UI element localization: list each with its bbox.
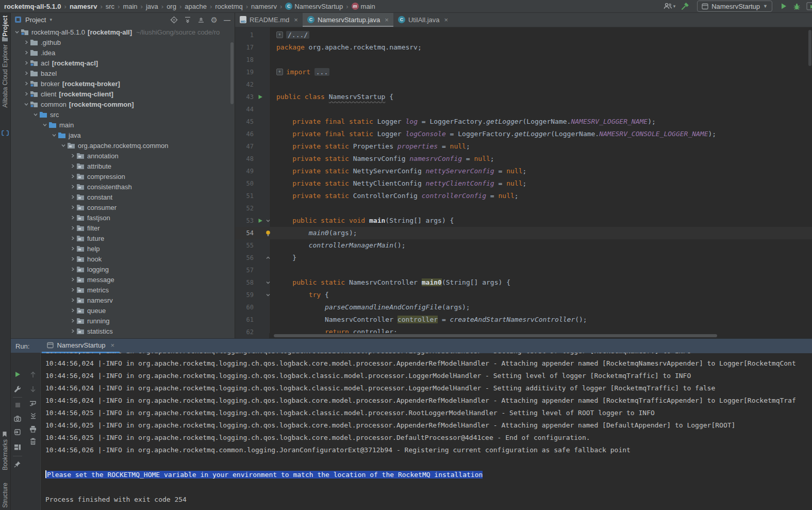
chevron-collapsed-icon[interactable]	[69, 308, 76, 313]
tree-item[interactable]: src	[10, 109, 235, 120]
tree-item[interactable]: queue	[10, 305, 235, 316]
editor-tab[interactable]: CNamesrvStartup.java×	[303, 12, 393, 27]
expand-all-icon[interactable]	[184, 16, 191, 23]
build-hammer-icon[interactable]	[681, 2, 689, 10]
tree-item[interactable]: broker[rocketmq-broker]	[10, 78, 235, 89]
tree-item[interactable]: help	[10, 243, 235, 254]
chevron-expanded-icon[interactable]	[31, 112, 39, 117]
chevron-collapsed-icon[interactable]	[69, 184, 76, 189]
tree-item[interactable]: bazel	[10, 68, 235, 78]
chevron-expanded-icon[interactable]	[41, 122, 48, 127]
chevron-collapsed-icon[interactable]	[69, 298, 76, 303]
run-tab[interactable]: NamesrvStartup ×	[42, 339, 120, 353]
chevron-collapsed-icon[interactable]	[69, 318, 76, 323]
tree-item[interactable]: consumer	[10, 202, 235, 212]
tree-item[interactable]: common[rocketmq-common]	[10, 99, 235, 109]
tool-window-button-project[interactable]: Project	[2, 15, 9, 37]
close-icon[interactable]: ×	[110, 341, 114, 349]
chevron-collapsed-icon[interactable]	[22, 91, 30, 96]
breadcrumb-item[interactable]: apache	[185, 3, 207, 10]
chevron-collapsed-icon[interactable]	[69, 328, 76, 334]
chevron-down-icon[interactable]: ▾	[49, 17, 52, 22]
breadcrumb-item[interactable]: mmain	[352, 3, 375, 10]
tree-item[interactable]: annotation	[10, 151, 235, 161]
code-editor[interactable]: 1+/.../17package org.apache.rocketmq.nam…	[235, 27, 812, 338]
tree-item[interactable]: statistics	[10, 326, 235, 336]
chevron-collapsed-icon[interactable]	[69, 267, 76, 272]
editor-horizontal-scrollbar[interactable]	[269, 333, 812, 338]
tree-item[interactable]: fastjson	[10, 212, 235, 223]
chevron-collapsed-icon[interactable]	[69, 153, 76, 158]
intention-bulb-button[interactable]	[264, 230, 272, 237]
tree-item[interactable]: main	[10, 120, 235, 130]
tree-item[interactable]: .github	[10, 37, 235, 47]
chevron-collapsed-icon[interactable]	[69, 287, 76, 292]
breadcrumb-item[interactable]: src	[106, 3, 114, 10]
tool-window-button-alibaba-cloud-explorer[interactable]: Alibaba Cloud Explorer	[2, 44, 9, 108]
breadcrumb-item[interactable]: rocketmq	[215, 3, 242, 10]
tree-item[interactable]: consistenthash	[10, 182, 235, 192]
chevron-collapsed-icon[interactable]	[69, 236, 76, 241]
breadcrumb-item[interactable]: java	[146, 3, 158, 10]
run-configuration-select[interactable]: NamesrvStartup ▼	[697, 1, 772, 12]
chevron-expanded-icon[interactable]	[50, 133, 58, 138]
fold-plus-icon[interactable]: +	[276, 69, 283, 75]
tool-window-button-structure[interactable]: Structure	[2, 483, 9, 508]
tree-scrollbar[interactable]	[230, 42, 234, 104]
hide-panel-icon[interactable]: —	[224, 16, 230, 24]
editor-tab[interactable]: MDREADME.md×	[235, 12, 303, 27]
tree-item[interactable]: .idea	[10, 47, 235, 58]
chevron-collapsed-icon[interactable]	[69, 205, 76, 210]
chevron-collapsed-icon[interactable]	[69, 246, 76, 251]
close-icon[interactable]: ×	[385, 16, 389, 24]
breadcrumb-item[interactable]: main	[123, 3, 137, 10]
chevron-expanded-icon[interactable]	[22, 102, 30, 107]
breadcrumb-item[interactable]: rocketmq-all-5.1.0	[4, 3, 61, 10]
project-panel-title[interactable]: Project	[25, 16, 46, 24]
chevron-collapsed-icon[interactable]	[22, 50, 30, 55]
chevron-collapsed-icon[interactable]	[69, 215, 76, 220]
tree-item[interactable]: metrics	[10, 285, 235, 295]
tree-item[interactable]: namesrv	[10, 295, 235, 305]
collapse-all-icon[interactable]	[197, 16, 205, 23]
alibaba-cloud-icon[interactable]	[2, 130, 9, 136]
tree-item[interactable]: filter	[10, 223, 235, 233]
chevron-expanded-icon[interactable]	[13, 29, 21, 35]
settings-gear-icon[interactable]: ⚙	[211, 16, 218, 24]
tree-item[interactable]: message	[10, 274, 235, 285]
tree-item[interactable]: attribute	[10, 161, 235, 171]
tree-item[interactable]: logging	[10, 264, 235, 274]
chevron-collapsed-icon[interactable]	[69, 194, 76, 200]
tree-item[interactable]: org.apache.rocketmq.common	[10, 140, 235, 151]
chevron-collapsed-icon[interactable]	[22, 71, 30, 76]
run-console[interactable]: 10:44:56,024 |-INFO in org.apache.rocket…	[10, 353, 812, 510]
breadcrumb[interactable]: rocketmq-all-5.1.0›namesrv›src›main›java…	[0, 3, 375, 10]
chevron-collapsed-icon[interactable]	[69, 225, 76, 231]
editor-vertical-scrollbar[interactable]	[808, 30, 811, 66]
breadcrumb-item[interactable]: org	[167, 3, 176, 10]
tree-item[interactable]: client[rocketmq-client]	[10, 89, 235, 99]
chevron-collapsed-icon[interactable]	[69, 277, 76, 282]
breadcrumb-item[interactable]: CNamesrvStartup	[285, 3, 343, 10]
bookmark-icon[interactable]	[2, 431, 8, 437]
tree-item[interactable]: rocketmq-all-5.1.0[rocketmq-all]~/liushi…	[10, 27, 235, 37]
tool-window-button-bookmarks[interactable]: Bookmarks	[2, 439, 9, 470]
tree-item[interactable]: compression	[10, 171, 235, 182]
run-gutter-button[interactable]	[257, 218, 264, 223]
chevron-collapsed-icon[interactable]	[69, 174, 76, 179]
editor-tab[interactable]: CUtilAll.java×	[393, 12, 453, 27]
chevron-collapsed-icon[interactable]	[22, 60, 30, 65]
tree-item[interactable]: hook	[10, 254, 235, 264]
close-icon[interactable]: ×	[444, 16, 449, 24]
tree-item[interactable]: running	[10, 316, 235, 326]
coverage-button[interactable]	[806, 2, 812, 10]
breadcrumb-item[interactable]: namesrv	[70, 3, 97, 10]
folder-icon[interactable]	[2, 36, 8, 42]
chevron-expanded-icon[interactable]	[59, 143, 67, 148]
chevron-collapsed-icon[interactable]	[22, 40, 30, 45]
breadcrumb-item[interactable]: namesrv	[251, 3, 277, 10]
debug-button[interactable]	[793, 3, 801, 10]
locate-file-icon[interactable]	[170, 16, 178, 24]
close-icon[interactable]: ×	[294, 16, 298, 24]
tree-item[interactable]: future	[10, 233, 235, 243]
